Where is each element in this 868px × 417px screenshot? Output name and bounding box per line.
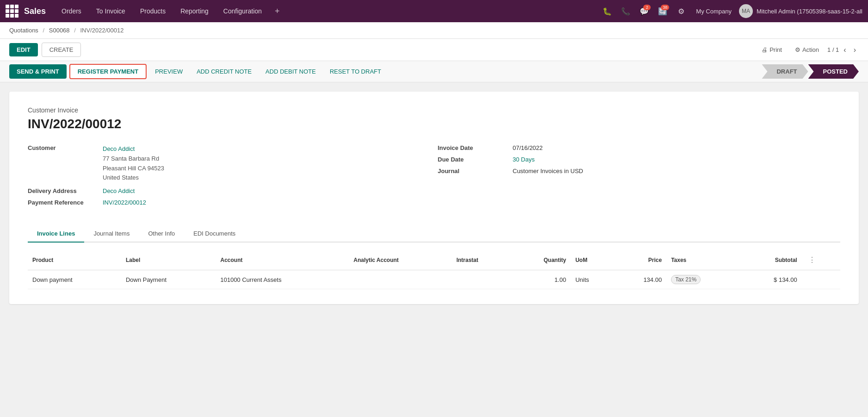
col-quantity: Quantity (511, 250, 571, 270)
preview-button[interactable]: PREVIEW (149, 64, 188, 79)
row-options (802, 270, 840, 289)
pagination: 1 / 1 ‹ › (827, 44, 859, 56)
payment-ref-value[interactable]: INV/2022/00012 (103, 199, 146, 206)
field-group-right: Invoice Date 07/16/2022 Due Date 30 Days… (438, 144, 841, 211)
app-grid-icon[interactable] (6, 5, 18, 18)
table-row: Down payment Down Payment 101000 Current… (28, 270, 840, 289)
add-credit-note-button[interactable]: ADD CREDIT NOTE (191, 64, 257, 79)
nav-configuration[interactable]: Configuration (217, 0, 268, 22)
main-content: Customer Invoice INV/2022/00012 Customer… (0, 82, 868, 313)
step-posted[interactable]: POSTED (808, 64, 859, 79)
due-date-row: Due Date 30 Days (438, 156, 841, 163)
table-header-row: Product Label Account Analytic Account I… (28, 250, 840, 270)
tab-other-info[interactable]: Other Info (139, 225, 184, 243)
row-label: Down Payment (121, 270, 216, 289)
next-page-button[interactable]: › (851, 44, 859, 56)
invoice-date-row: Invoice Date 07/16/2022 (438, 144, 841, 151)
breadcrumb-quotations[interactable]: Quotations (9, 27, 38, 34)
col-intrastat: Intrastat (452, 250, 511, 270)
customer-address-line2: Pleasant Hill CA 94523 (103, 165, 164, 172)
prev-page-button[interactable]: ‹ (841, 44, 849, 56)
chat-badge: 2 (643, 5, 651, 10)
bug-icon[interactable]: 🐛 (600, 4, 615, 19)
nav-to-invoice[interactable]: To Invoice (90, 0, 132, 22)
update-badge: 38 (661, 5, 669, 10)
register-payment-button[interactable]: REGISTER PAYMENT (69, 64, 147, 79)
send-print-button[interactable]: SEND & PRINT (9, 64, 67, 79)
print-label: Print (770, 46, 782, 53)
delivery-address-value[interactable]: Deco Addict (103, 187, 135, 194)
breadcrumb-s00068[interactable]: S00068 (49, 27, 70, 34)
action-label: Action (802, 46, 819, 53)
row-analytic-account (349, 270, 451, 289)
update-icon[interactable]: 🔄 38 (655, 4, 670, 19)
breadcrumb: Quotations / S00068 / INV/2022/00012 (0, 22, 868, 39)
row-intrastat (452, 270, 511, 289)
add-debit-note-button[interactable]: ADD DEBIT NOTE (260, 64, 321, 79)
nav-orders[interactable]: Orders (55, 0, 88, 22)
col-options: ⋮ (802, 250, 840, 270)
row-taxes: Tax 21% (666, 270, 740, 289)
top-navigation: Sales Orders To Invoice Products Reporti… (0, 0, 868, 22)
col-uom: UoM (571, 250, 614, 270)
col-analytic-account: Analytic Account (349, 250, 451, 270)
tax-badge: Tax 21% (671, 275, 701, 284)
company-name: My Company (696, 8, 732, 15)
nav-reporting[interactable]: Reporting (174, 0, 215, 22)
pagination-text: 1 / 1 (827, 46, 839, 53)
printer-icon: 🖨 (762, 46, 768, 53)
col-subtotal: Subtotal (740, 250, 802, 270)
customer-label: Customer (28, 144, 97, 151)
due-date-label: Due Date (438, 156, 507, 163)
tab-invoice-lines[interactable]: Invoice Lines (28, 225, 84, 243)
action-bar: EDIT CREATE 🖨 Print ⚙ Action 1 / 1 ‹ › (0, 39, 868, 61)
create-button[interactable]: CREATE (42, 43, 81, 57)
nav-add-icon[interactable]: + (270, 0, 284, 22)
edit-button[interactable]: EDIT (9, 43, 38, 56)
col-account: Account (215, 250, 349, 270)
customer-name[interactable]: Deco Addict (103, 144, 164, 154)
col-price: Price (614, 250, 666, 270)
col-product: Product (28, 250, 121, 270)
journal-in: in (564, 168, 571, 174)
customer-field-row: Customer Deco Addict 77 Santa Barbara Rd… (28, 144, 431, 183)
phone-icon[interactable]: 📞 (618, 4, 633, 19)
brand-name[interactable]: Sales (24, 6, 46, 16)
invoice-date-label: Invoice Date (438, 144, 507, 151)
user-name: Mitchell Admin (17505398-saas-15-2-all (757, 8, 862, 15)
journal-name[interactable]: Customer Invoices (513, 168, 563, 174)
customer-address: Deco Addict 77 Santa Barbara Rd Pleasant… (103, 144, 164, 183)
row-product: Down payment (28, 270, 121, 289)
invoice-tabs: Invoice Lines Journal Items Other Info E… (28, 225, 840, 243)
row-quantity: 1.00 (511, 270, 571, 289)
invoice-fields: Customer Deco Addict 77 Santa Barbara Rd… (28, 144, 840, 211)
customer-address-line1: 77 Santa Barbara Rd (103, 155, 159, 162)
journal-currency: USD (571, 168, 583, 174)
reset-to-draft-button[interactable]: RESET TO DRAFT (324, 64, 387, 79)
invoice-card: Customer Invoice INV/2022/00012 Customer… (9, 92, 859, 304)
invoice-date-value: 07/16/2022 (513, 144, 543, 151)
action-button[interactable]: ⚙ Action (790, 43, 824, 56)
tab-journal-items[interactable]: Journal Items (84, 225, 139, 243)
step-draft[interactable]: DRAFT (762, 64, 808, 79)
print-button[interactable]: 🖨 Print (757, 43, 787, 56)
tab-edi-documents[interactable]: EDI Documents (184, 225, 245, 243)
nav-products[interactable]: Products (134, 0, 172, 22)
row-uom: Units (571, 270, 614, 289)
delivery-address-label: Delivery Address (28, 187, 97, 194)
table-options-button[interactable]: ⋮ (806, 254, 818, 266)
invoice-number: INV/2022/00012 (28, 117, 840, 131)
avatar[interactable]: MA (739, 4, 753, 18)
col-label: Label (121, 250, 216, 270)
settings-icon[interactable]: ⚙ (674, 4, 689, 19)
payment-ref-row: Payment Reference INV/2022/00012 (28, 199, 431, 206)
due-date-value[interactable]: 30 Days (513, 156, 535, 163)
status-steps: DRAFT POSTED (762, 64, 859, 79)
customer-address-line3: United States (103, 174, 139, 181)
col-taxes: Taxes (666, 250, 740, 270)
journal-label: Journal (438, 168, 507, 174)
row-subtotal: $ 134.00 (740, 270, 802, 289)
workflow-bar: SEND & PRINT REGISTER PAYMENT PREVIEW AD… (0, 61, 868, 82)
chat-icon[interactable]: 💬 2 (637, 4, 652, 19)
invoice-lines-table: Product Label Account Analytic Account I… (28, 250, 840, 289)
